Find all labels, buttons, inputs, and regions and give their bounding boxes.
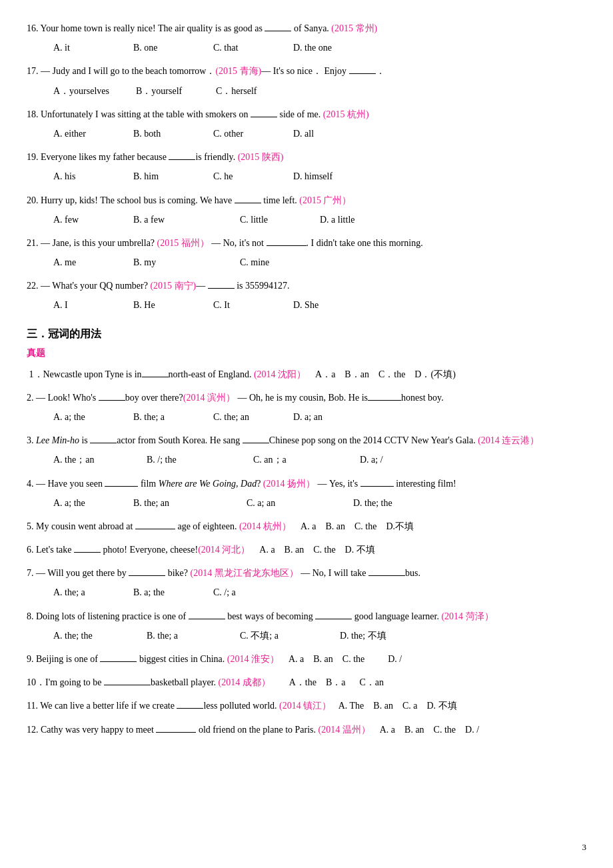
option-s3-4-c: C. a; an	[247, 495, 326, 511]
option-s3-4-a: A. a; the	[53, 495, 107, 511]
s3-question-2: 2. — Look! Who's boy over there?(2014 滨州…	[27, 389, 586, 425]
blank-s3-3b	[243, 443, 269, 443]
s3-q11-text: 11. We can live a better life if we crea…	[27, 697, 586, 714]
source-s3-12: (2014 温州）	[318, 725, 370, 735]
s3-question-9: 9. Beijing is one of biggest cities in C…	[27, 651, 586, 667]
options-22: A. I B. He C. It D. She	[27, 297, 586, 313]
option-16-b: B. one	[133, 39, 187, 56]
option-22-c: C. It	[213, 297, 267, 313]
options-17: A．yourselves B．yourself C．herself	[27, 83, 586, 99]
option-s3-3-d: D. a; /	[360, 451, 413, 468]
options-s3-4: A. a; the B. the; an C. a; an D. the; th…	[27, 495, 586, 511]
s3-q4-italic: Where are We Going, Dad	[159, 479, 257, 489]
source-s3-9: (2014 淮安）	[227, 654, 279, 664]
blank-22	[208, 288, 235, 289]
s3-q1-text: 1．Newcastle upon Tyne is innorth-east of…	[27, 366, 586, 383]
s3-q6-text: 6. Let's take photo! Everyone, cheese!(2…	[27, 541, 586, 558]
blank-s3-7b	[368, 575, 405, 576]
question-17-text: 17. — Judy and I will go to the beach to…	[27, 63, 586, 79]
question-18: 18. Unfortunately I was sitting at the t…	[27, 106, 586, 142]
section-3-subtitle: 真题	[27, 345, 586, 361]
question-16-text: 16. Your home town is really nice! The a…	[27, 20, 586, 37]
source-s3-6: (2014 河北）	[198, 545, 250, 555]
option-21-c: C. mine	[240, 254, 293, 271]
blank-s3-12	[156, 732, 196, 733]
source-22: (2015 南宁)	[150, 281, 196, 291]
source-17: (2015 青海)	[215, 66, 261, 76]
option-20-d: D. a little	[320, 211, 373, 228]
blank-17	[349, 73, 376, 74]
option-18-d: D. all	[293, 125, 346, 142]
option-s3-8-b: B. the; a	[147, 627, 213, 644]
options-19: A. his B. him C. he D. himself	[27, 168, 586, 185]
blank-19	[169, 159, 195, 160]
option-19-a: A. his	[53, 168, 107, 185]
options-18: A. either B. both C. other D. all	[27, 125, 586, 142]
blank-21	[267, 245, 306, 246]
option-16-d: D. the one	[293, 39, 346, 56]
option-s3-3-b: B. /; the	[147, 451, 227, 468]
source-18: (2015 杭州)	[323, 109, 369, 119]
s3-question-1: 1．Newcastle upon Tyne is innorth-east of…	[27, 366, 586, 383]
blank-s3-4a	[105, 486, 138, 487]
question-21-text: 21. — Jane, is this your umbrella? (2015…	[27, 235, 586, 251]
blank-s3-3a	[90, 443, 117, 443]
source-s3-5: (2014 杭州）	[239, 521, 291, 531]
blank-s3-4b	[360, 486, 394, 487]
option-s3-2-c: C. the; an	[213, 409, 267, 425]
question-17: 17. — Judy and I will go to the beach to…	[27, 63, 586, 99]
s3-question-4: 4. — Have you seen film Where are We Goi…	[27, 475, 586, 511]
blank-s3-8b	[315, 619, 352, 619]
option-s3-2-a: A. a; the	[53, 409, 107, 425]
s3-q3-text: 3. Lee Min-ho is actor from South Korea.…	[27, 432, 586, 449]
source-s3-11: (2014 镇江）	[279, 701, 331, 711]
options-s3-7: A. the; a B. a; the C. /; a	[27, 584, 586, 601]
blank-20	[235, 203, 261, 203]
option-s3-2-d: D. a; an	[293, 409, 346, 425]
option-19-b: B. him	[133, 168, 187, 185]
option-17-b: B．yourself	[136, 83, 189, 99]
option-s3-8-a: A. the; the	[53, 627, 120, 644]
section-3-title: 三．冠词的用法	[27, 325, 586, 344]
s3-q12-text: 12. Cathy was very happy to meet old fri…	[27, 721, 586, 738]
blank-18	[251, 117, 277, 117]
blank-s3-10	[104, 685, 151, 685]
option-s3-3-c: C. an；a	[253, 451, 333, 468]
blank-s3-6	[74, 552, 101, 553]
blank-s3-8a	[189, 619, 225, 619]
s3-question-6: 6. Let's take photo! Everyone, cheese!(2…	[27, 541, 586, 558]
option-s3-8-d: D. the; 不填	[340, 627, 393, 644]
s3-q8-text: 8. Doing lots of listening practice is o…	[27, 608, 586, 625]
s3-question-12: 12. Cathy was very happy to meet old fri…	[27, 721, 586, 738]
source-20: (2015 广州）	[299, 195, 351, 205]
question-18-text: 18. Unfortunately I was sitting at the t…	[27, 106, 586, 123]
option-s3-7-c: C. /; a	[213, 584, 267, 601]
option-s3-4-b: B. the; an	[133, 495, 220, 511]
s3-q5-text: 5. My cousin went abroad at age of eight…	[27, 518, 586, 535]
option-16-a: A. it	[53, 39, 107, 56]
source-s3-2: (2014 滨州）	[183, 393, 235, 403]
question-19-text: 19. Everyone likes my father because is …	[27, 149, 586, 165]
option-20-c: C. little	[240, 211, 293, 228]
question-19: 19. Everyone likes my father because is …	[27, 149, 586, 185]
s3-q7-text: 7. — Will you get there by bike? (2014 黑…	[27, 565, 586, 581]
option-20-a: A. few	[53, 211, 107, 228]
s3-question-7: 7. — Will you get there by bike? (2014 黑…	[27, 565, 586, 601]
blank-s3-2a	[99, 400, 125, 401]
blank-s3-1	[142, 377, 169, 377]
question-20: 20. Hurry up, kids! The school bus is co…	[27, 192, 586, 228]
options-16: A. it B. one C. that D. the one	[27, 39, 586, 56]
question-22: 22. — What's your QQ number? (2015 南宁)— …	[27, 277, 586, 313]
blank-s3-11	[177, 708, 203, 709]
option-19-d: D. himself	[293, 168, 346, 185]
source-s3-1: (2014 沈阳）	[254, 369, 306, 379]
option-20-b: B. a few	[133, 211, 213, 228]
blank-s3-9	[100, 661, 137, 662]
options-s3-2: A. a; the B. the; a C. the; an D. a; an	[27, 409, 586, 425]
source-s3-8: (2014 菏泽）	[441, 611, 493, 621]
option-s3-8-c: C. 不填; a	[240, 627, 313, 644]
option-s3-7-b: B. a; the	[133, 584, 187, 601]
option-16-c: C. that	[213, 39, 267, 56]
source-s3-7: (2014 黑龙江省龙东地区）	[190, 568, 298, 578]
s3-question-8: 8. Doing lots of listening practice is o…	[27, 608, 586, 644]
